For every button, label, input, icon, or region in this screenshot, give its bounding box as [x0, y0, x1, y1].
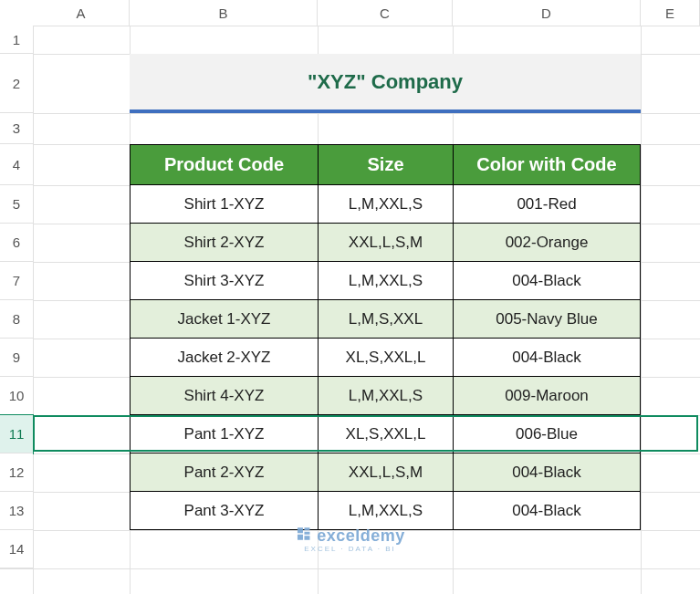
row-header-5[interactable]: 5 — [0, 185, 33, 224]
column-header-B[interactable]: B — [130, 0, 318, 26]
table-cell[interactable]: L,M,S,XXL — [318, 300, 453, 339]
table-cell[interactable]: 004-Black — [453, 262, 641, 300]
table-cell[interactable]: L,M,XXL,S — [318, 262, 453, 300]
row-header-13[interactable]: 13 — [0, 492, 33, 530]
table-cell[interactable]: 006-Blue — [453, 415, 641, 453]
table-cell[interactable]: L,M,XXL,S — [318, 492, 453, 530]
table-row[interactable]: Shirt 2-XYZXXL,L,S,M002-Orange — [130, 224, 641, 262]
spreadsheet[interactable]: ABCDE1234567891011121314"XYZ" CompanyPro… — [0, 0, 700, 594]
table-cell[interactable]: 004-Black — [453, 453, 641, 492]
row-header-1[interactable]: 1 — [0, 26, 33, 54]
watermark-tagline: EXCEL · DATA · BI — [304, 545, 396, 553]
row-header-6[interactable]: 6 — [0, 224, 33, 262]
table-cell[interactable]: 004-Black — [453, 339, 641, 377]
table-cell[interactable]: 005-Navy Blue — [453, 300, 641, 339]
table-header-cell[interactable]: Product Code — [130, 144, 318, 185]
table-cell[interactable]: 001-Red — [453, 185, 641, 224]
gridline-horizontal — [0, 568, 700, 569]
table-cell[interactable]: 002-Orange — [453, 224, 641, 262]
table-cell[interactable]: XL,S,XXL,L — [318, 339, 453, 377]
table-row[interactable]: Pant 2-XYZXXL,L,S,M004-Black — [130, 453, 641, 492]
table-cell[interactable]: Pant 1-XYZ — [130, 415, 318, 453]
table-cell[interactable]: 009-Maroon — [453, 377, 641, 415]
gridline-horizontal — [0, 26, 700, 26]
table-cell[interactable]: Pant 2-XYZ — [130, 453, 318, 492]
table-cell[interactable]: Shirt 3-XYZ — [130, 262, 318, 300]
row-header-8[interactable]: 8 — [0, 300, 33, 339]
gridline-horizontal — [0, 113, 700, 114]
watermark: exceldemyEXCEL · DATA · BI — [295, 526, 405, 553]
row-header-12[interactable]: 12 — [0, 453, 33, 492]
table-row[interactable]: Shirt 4-XYZL,M,XXL,S009-Maroon — [130, 377, 641, 415]
column-header-A[interactable]: A — [33, 0, 130, 26]
table-cell[interactable]: Shirt 2-XYZ — [130, 224, 318, 262]
row-header-3[interactable]: 3 — [0, 113, 33, 144]
table-cell[interactable]: Pant 3-XYZ — [130, 492, 318, 530]
table-cell[interactable]: XL,S,XXL,L — [318, 415, 453, 453]
table-row[interactable]: Pant 3-XYZL,M,XXL,S004-Black — [130, 492, 641, 530]
watermark-icon — [295, 526, 311, 547]
table-cell[interactable]: Shirt 4-XYZ — [130, 377, 318, 415]
column-header-D[interactable]: D — [453, 0, 641, 26]
column-header-E[interactable]: E — [641, 0, 700, 26]
row-header-2[interactable]: 2 — [0, 54, 33, 113]
row-header-10[interactable]: 10 — [0, 377, 33, 415]
table-cell[interactable]: L,M,XXL,S — [318, 185, 453, 224]
row-header-7[interactable]: 7 — [0, 262, 33, 300]
gridline-vertical — [641, 0, 642, 594]
table-cell[interactable]: L,M,XXL,S — [318, 377, 453, 415]
table-cell[interactable]: 004-Black — [453, 492, 641, 530]
column-header-C[interactable]: C — [318, 0, 453, 26]
table-header-cell[interactable]: Color with Code — [453, 144, 641, 185]
table-cell[interactable]: Jacket 1-XYZ — [130, 300, 318, 339]
table-cell[interactable]: Jacket 2-XYZ — [130, 339, 318, 377]
table-row[interactable]: Shirt 1-XYZL,M,XXL,S001-Red — [130, 185, 641, 224]
table-row[interactable]: Jacket 2-XYZXL,S,XXL,L004-Black — [130, 339, 641, 377]
page-title[interactable]: "XYZ" Company — [130, 54, 641, 113]
gridline-vertical — [33, 0, 34, 594]
table-row[interactable]: Shirt 3-XYZL,M,XXL,S004-Black — [130, 262, 641, 300]
watermark-brand: exceldemy — [317, 526, 405, 546]
table-cell[interactable]: Shirt 1-XYZ — [130, 185, 318, 224]
table-header-cell[interactable]: Size — [318, 144, 453, 185]
row-header-14[interactable]: 14 — [0, 530, 33, 568]
table-row[interactable]: Jacket 1-XYZL,M,S,XXL005-Navy Blue — [130, 300, 641, 339]
row-header-11[interactable]: 11 — [0, 415, 33, 453]
row-header-4[interactable]: 4 — [0, 144, 33, 185]
table-cell[interactable]: XXL,L,S,M — [318, 453, 453, 492]
table-cell[interactable]: XXL,L,S,M — [318, 224, 453, 262]
table-header-row: Product CodeSizeColor with Code — [130, 144, 641, 185]
table-row[interactable]: Pant 1-XYZXL,S,XXL,L006-Blue — [130, 415, 641, 453]
row-header-9[interactable]: 9 — [0, 339, 33, 377]
